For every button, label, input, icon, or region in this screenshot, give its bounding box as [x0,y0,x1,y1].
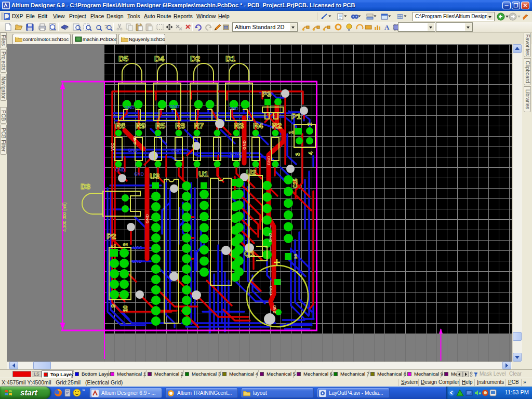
svg-text:D2: D2 [190,54,200,63]
svg-text:GND: GND [171,148,181,153]
svg-text:Q1: Q1 [244,249,255,258]
svg-text:D3: D3 [81,182,90,191]
svg-text:2: 2 [307,123,313,126]
svg-text:GND: GND [132,259,142,264]
svg-text:GND: GND [133,136,137,144]
svg-text:GND: GND [242,140,247,150]
svg-text:1: 1 [110,244,116,247]
svg-text:VCC: VCC [111,143,114,151]
svg-text:GND: GND [267,156,271,165]
svg-text:1: 1 [294,253,297,259]
svg-text:GND: GND [229,106,238,111]
svg-text:GND: GND [128,148,138,153]
svg-text:D1: D1 [225,54,235,63]
svg-text:1: 1 [288,131,294,134]
svg-text:U3: U3 [150,171,159,180]
svg-text:GND: GND [269,286,273,295]
svg-text:P2: P2 [107,232,116,241]
svg-text:GND: GND [273,305,276,313]
svg-text:GND: GND [230,151,240,156]
svg-text:GND: GND [115,167,125,172]
svg-text:R7: R7 [194,121,204,130]
svg-text:4,300.000 (mil): 4,300.000 (mil) [62,202,67,232]
svg-text:GND: GND [268,233,273,242]
svg-text:R4: R4 [253,121,263,130]
svg-text:●: ● [478,391,481,396]
svg-text:D5: D5 [118,54,128,63]
svg-text:P3: P3 [262,89,271,98]
svg-text:R5: R5 [155,121,165,130]
svg-text:R8: R8 [175,121,185,130]
svg-text:R3: R3 [234,121,244,130]
svg-text:4: 4 [308,151,314,155]
svg-text:9: 9 [110,304,116,308]
svg-text:10: 10 [122,305,128,312]
svg-text:U2: U2 [246,168,256,177]
svg-text:VCC: VCC [133,245,142,250]
svg-text:2: 2 [122,243,128,246]
svg-text:P1: P1 [291,112,301,121]
svg-text:GND: GND [145,214,150,223]
svg-text:R6: R6 [115,121,125,130]
svg-text:GND: GND [134,171,144,177]
svg-text:R2: R2 [272,121,282,130]
svg-text:C15: C15 [292,178,298,188]
svg-text:GND: GND [125,105,135,110]
svg-text:D4: D4 [154,54,165,63]
svg-text:3: 3 [295,153,301,156]
svg-text:U1: U1 [198,169,208,178]
svg-text:R9: R9 [136,121,145,130]
svg-text:GND: GND [169,104,179,109]
